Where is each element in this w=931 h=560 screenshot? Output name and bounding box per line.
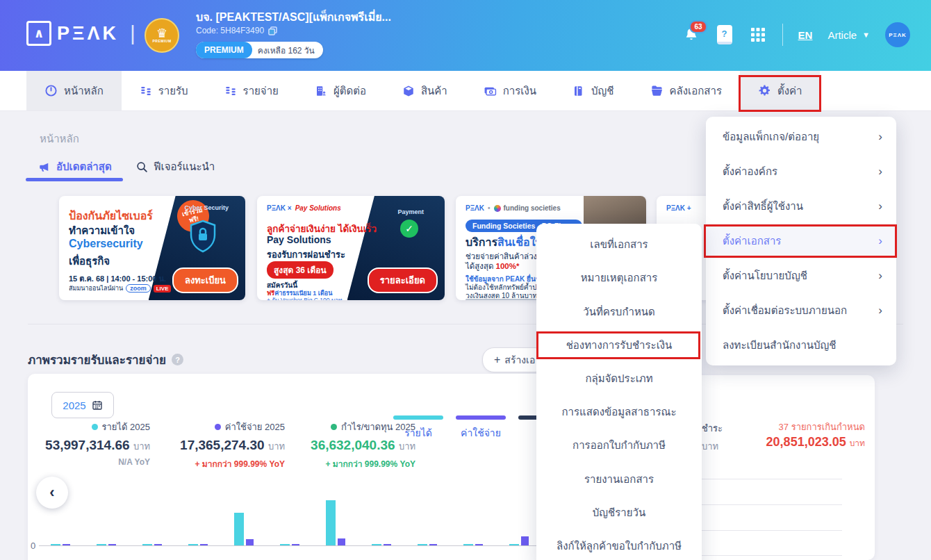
legend-toggle-expense[interactable]: ค่าใช้จ่าย bbox=[453, 415, 509, 440]
chart-bar-รายได้-7[interactable] bbox=[326, 500, 336, 545]
chart-bar-ค่าใช้จ่าย-2[interactable] bbox=[108, 544, 116, 545]
chevron-down-icon: ▼ bbox=[862, 31, 870, 39]
menu-item-external-connections[interactable]: ตั้งค่าเชื่อมต่อระบบภายนอก› bbox=[706, 293, 896, 328]
peak-logo-icon: ∧ bbox=[26, 21, 51, 46]
menu-item-user-permissions[interactable]: ตั้งค่าสิทธิ์ผู้ใช้งาน› bbox=[706, 189, 896, 224]
banner-title: Cybersecurity bbox=[69, 238, 143, 250]
dashboard-icon bbox=[44, 84, 58, 97]
submenu-item-due-date[interactable]: วันที่ครบกำหนด bbox=[536, 295, 702, 328]
help-tooltip-icon[interactable]: ? bbox=[172, 354, 183, 365]
menu-item-register-accounting-firm[interactable]: ลงทะเบียนสำนักงานบัญชี bbox=[706, 328, 896, 363]
box-icon bbox=[402, 85, 415, 97]
submenu-item-payment-channels[interactable]: ช่องทางการรับชำระเงิน bbox=[536, 329, 702, 362]
list-divider bbox=[702, 479, 842, 479]
nav-item-expense[interactable]: รายจ่าย bbox=[206, 71, 297, 110]
banner-title: ทำความเข้าใจ bbox=[69, 222, 135, 239]
nav-item-accounting[interactable]: บัญชี bbox=[554, 71, 632, 110]
overview-section-title: ภาพรวมรายรับและรายจ่าย ? bbox=[28, 350, 183, 369]
help-button[interactable]: ? bbox=[716, 26, 734, 44]
chart-bar-รายได้-8[interactable] bbox=[372, 544, 381, 545]
chevron-right-icon: › bbox=[878, 130, 882, 144]
funding-societies-mark bbox=[494, 205, 501, 212]
chart-bar-รายได้-5[interactable] bbox=[234, 513, 244, 545]
nav-label: คลังเอกสาร bbox=[670, 83, 722, 99]
chart-bar-ค่าใช้จ่าย-6[interactable] bbox=[292, 544, 299, 545]
tab-latest-updates[interactable]: อัปเดตล่าสุด bbox=[38, 158, 112, 175]
chart-bar-รายได้-9[interactable] bbox=[418, 544, 427, 545]
banner-cybersecurity[interactable]: ป้องกันภัยไซเบอร์ ทำความเข้าใจ Cybersecu… bbox=[59, 196, 245, 300]
peak-logo[interactable]: ∧ PΞΛK | bbox=[26, 21, 135, 46]
peak-logo-text: PΞΛK bbox=[57, 23, 119, 44]
menu-item-document-settings[interactable]: ตั้งค่าเอกสาร› bbox=[706, 224, 896, 258]
banner-text: ได้สูงสุด 100%* bbox=[466, 260, 519, 272]
crown-icon: ♛ bbox=[156, 28, 167, 39]
submenu-item-customer-tax-invoice-link[interactable]: ลิงก์ให้ลูกค้าขอใบกำกับภาษี bbox=[536, 529, 702, 560]
menu-item-org-settings[interactable]: ตั้งค่าองค์กร› bbox=[706, 154, 896, 189]
nav-item-documents[interactable]: คลังเอกสาร bbox=[632, 71, 740, 110]
tab-recommended-features[interactable]: ฟีเจอร์แนะนำ bbox=[136, 158, 215, 175]
chart-bar-ค่าใช้จ่าย-3[interactable] bbox=[154, 544, 162, 545]
chart-bar-รายได้-2[interactable] bbox=[97, 544, 106, 545]
chart-bar-รายได้-3[interactable] bbox=[142, 544, 152, 545]
profit-dot bbox=[331, 424, 337, 430]
create-document-label: สร้างเอ bbox=[504, 352, 535, 368]
copy-icon[interactable] bbox=[268, 26, 277, 35]
submenu-item-document-reports[interactable]: รายงานเอกสาร bbox=[536, 462, 702, 495]
nav-item-home[interactable]: หน้าหลัก bbox=[26, 71, 122, 110]
plan-pill[interactable]: PREMIUM คงเหลือ 162 วัน bbox=[196, 42, 323, 58]
header-divider bbox=[782, 24, 783, 46]
menu-item-accounting-policy[interactable]: ตั้งค่านโยบายบัญชี› bbox=[706, 258, 896, 293]
nav-item-products[interactable]: สินค้า bbox=[384, 71, 466, 110]
chart-bar-ค่าใช้จ่าย-9[interactable] bbox=[429, 544, 437, 545]
menu-item-package-info[interactable]: ข้อมูลแพ็กเกจ/ต่ออายุ› bbox=[706, 120, 896, 154]
tab-label: ฟีเจอร์แนะนำ bbox=[154, 158, 215, 175]
banner-title: เพื่อธุรกิจ bbox=[69, 253, 110, 270]
apps-button[interactable] bbox=[749, 26, 767, 44]
register-button[interactable]: ลงทะเบียน bbox=[172, 267, 238, 293]
submenu-item-document-notes[interactable]: หมายเหตุเอกสาร bbox=[536, 261, 702, 295]
promo-pill: สูงสุด 36 เดือน bbox=[267, 261, 333, 279]
help-icon: ? bbox=[717, 25, 732, 44]
year-selector[interactable]: 2025 bbox=[51, 392, 114, 418]
banner-pay-solutions[interactable]: PΞΛK × Pay Solutions ลูกค้าจ่ายเงินง่าย … bbox=[257, 196, 445, 300]
submenu-item-tax-invoice-issuing[interactable]: การออกใบกำกับภาษี bbox=[536, 429, 702, 462]
nav-item-finance[interactable]: การเงิน bbox=[466, 71, 554, 110]
stat-income: รายได้ 2025 53,997,314.66 บาท N/A YoY bbox=[33, 420, 150, 467]
chart-bar-รายได้-4[interactable] bbox=[188, 544, 198, 545]
gear-icon bbox=[758, 84, 771, 97]
nav-item-contacts[interactable]: ผู้ติดต่อ bbox=[297, 71, 384, 110]
chart-prev-button[interactable]: ‹ bbox=[36, 477, 68, 509]
chart-bar-รายได้-1[interactable] bbox=[51, 544, 60, 545]
chevron-right-icon: › bbox=[878, 234, 882, 248]
chart-bar-รายได้-6[interactable] bbox=[280, 544, 290, 545]
nav-item-settings[interactable]: ตั้งค่า bbox=[740, 71, 821, 110]
chart-bar-ค่าใช้จ่าย-8[interactable] bbox=[384, 544, 391, 545]
nav-item-income[interactable]: รายรับ bbox=[122, 71, 206, 110]
premium-badge-text: PREMIUM bbox=[152, 39, 171, 43]
legend-toggle-income[interactable]: รายได้ bbox=[390, 415, 446, 440]
submenu-item-document-number[interactable]: เลขที่เอกสาร bbox=[536, 228, 702, 261]
submenu-item-public-info-display[interactable]: การแสดงข้อมูลสาธารณะ bbox=[536, 395, 702, 429]
chart-bar-ค่าใช้จ่าย-5[interactable] bbox=[246, 539, 254, 545]
chart-bar-รายได้-11[interactable] bbox=[509, 544, 519, 545]
chart-bar-ค่าใช้จ่าย-10[interactable] bbox=[475, 544, 483, 545]
language-switch[interactable]: EN bbox=[798, 29, 813, 41]
app-header: ∧ PΞΛK | ♛ PREMIUM บจ. [PEAKTEST/ASC][แพ… bbox=[0, 0, 931, 71]
chart-bar-ค่าใช้จ่าย-11[interactable] bbox=[521, 536, 529, 545]
notification-count-badge: 63 bbox=[689, 20, 707, 33]
zoom-logo: zoom bbox=[126, 284, 151, 293]
submenu-item-daily-journal[interactable]: บัญชีรายวัน bbox=[536, 496, 702, 529]
apps-grid-icon bbox=[750, 27, 766, 42]
chart-bar-รายได้-10[interactable] bbox=[463, 544, 473, 545]
payment-shield-icon: ✓ bbox=[400, 220, 418, 238]
chart-bar-ค่าใช้จ่าย-1[interactable] bbox=[63, 544, 70, 545]
coins-down-icon bbox=[224, 85, 237, 97]
submenu-item-classification-groups[interactable]: กลุ่มจัดประเภท bbox=[536, 362, 702, 395]
chevron-right-icon: › bbox=[878, 304, 882, 318]
banner-title: Pay Solutions bbox=[267, 234, 331, 245]
details-button[interactable]: รายละเอียด bbox=[368, 267, 438, 293]
chart-bar-ค่าใช้จ่าย-7[interactable] bbox=[338, 538, 345, 545]
notifications-button[interactable]: 63 bbox=[682, 26, 700, 44]
chart-bar-ค่าใช้จ่าย-4[interactable] bbox=[200, 544, 208, 545]
user-menu[interactable]: Article ▼ bbox=[827, 29, 870, 41]
